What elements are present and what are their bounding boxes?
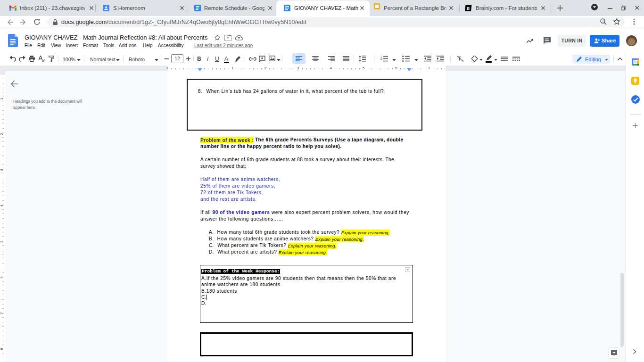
svg-text:B: B	[467, 6, 470, 11]
svg-text:T: T	[458, 56, 462, 62]
svg-text:2.: 2.	[380, 58, 383, 60]
svg-text:31: 31	[634, 60, 637, 64]
